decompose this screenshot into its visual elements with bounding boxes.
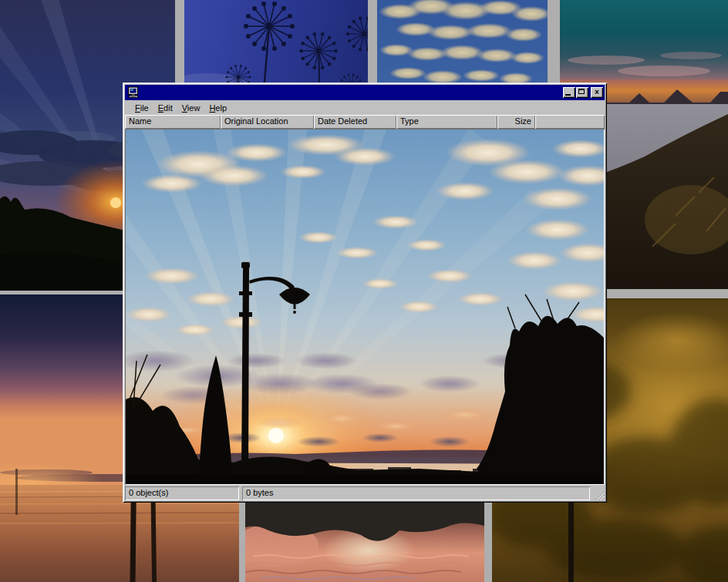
column-header-row: Name Original Location Date Deleted Type… (125, 115, 605, 129)
file-list-area[interactable] (125, 129, 605, 485)
recycle-bin-window: × File Edit View Help Name Original Loca… (123, 82, 607, 503)
close-button[interactable]: × (591, 87, 603, 98)
column-header-blank[interactable] (535, 115, 605, 129)
computer-icon (127, 86, 140, 99)
maximize-icon (578, 89, 585, 94)
minimize-button[interactable] (563, 87, 575, 98)
status-objects: 0 object(s) (125, 486, 239, 500)
menu-item-view[interactable]: View (177, 102, 205, 114)
menu-bar: File Edit View Help (125, 100, 605, 115)
menu-item-file[interactable]: File (130, 102, 153, 114)
window-titlebar[interactable]: × (125, 85, 605, 100)
desktop: { "colors": { "titlebar_blue": "#000089"… (0, 0, 728, 582)
resize-grip-icon[interactable] (595, 490, 605, 500)
menu-item-edit[interactable]: Edit (153, 102, 177, 114)
maximize-button[interactable] (576, 87, 588, 98)
column-header-size[interactable]: Size (497, 115, 535, 129)
column-header-date-deleted[interactable]: Date Deleted (314, 115, 396, 129)
column-header-type[interactable]: Type (396, 115, 497, 129)
column-header-name[interactable]: Name (125, 115, 221, 129)
status-bytes: 0 bytes (242, 486, 590, 500)
status-bar: 0 object(s) 0 bytes (125, 486, 605, 500)
photo-lamppost-sunset (126, 130, 604, 484)
close-icon: × (595, 89, 599, 96)
minimize-icon (565, 94, 571, 96)
column-header-original-location[interactable]: Original Location (221, 115, 314, 129)
menu-item-help[interactable]: Help (204, 102, 231, 114)
